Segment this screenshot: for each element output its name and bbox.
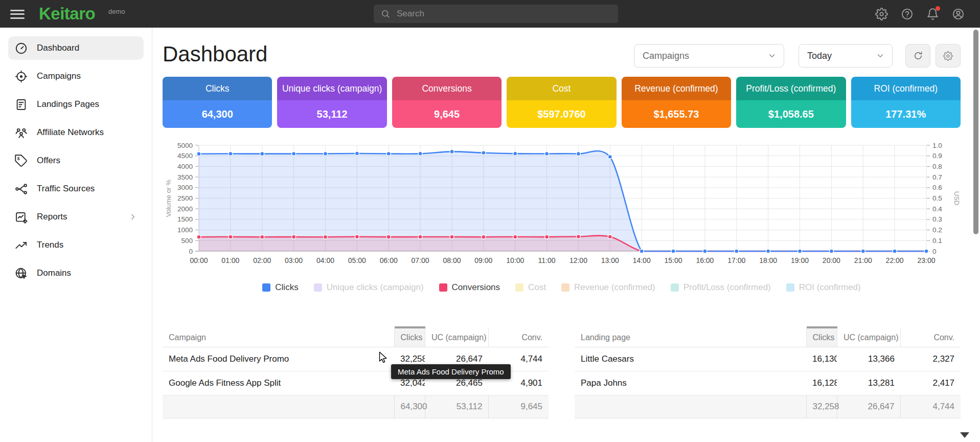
legend-label: Revenue (confirmed) <box>574 282 655 293</box>
row-value-cell: 2,327 <box>901 347 961 371</box>
row-title-cell: Papa Johns <box>575 371 806 395</box>
total-cell: 53,112 <box>425 395 489 418</box>
domains-icon <box>14 267 28 280</box>
table-row[interactable]: Papa Johns16,12813,2812,417 <box>575 371 961 395</box>
legend-swatch <box>515 283 523 292</box>
table-row[interactable]: Little Caesars16,13013,3662,327 <box>575 347 961 371</box>
metric-card-label: Conversions <box>392 77 502 100</box>
legend-item-clicks[interactable]: Clicks <box>262 282 298 293</box>
column-header-conv[interactable]: Conv. <box>901 327 961 347</box>
column-header-clicks[interactable]: Clicks <box>394 327 425 347</box>
svg-text:11:00: 11:00 <box>538 256 556 264</box>
gear-icon <box>943 51 953 61</box>
svg-text:19:00: 19:00 <box>791 256 809 264</box>
metric-card-value: $1,058.65 <box>736 100 846 128</box>
search-input[interactable] <box>396 8 602 19</box>
trends-icon <box>14 238 28 252</box>
legend-item-revenue-confirmed[interactable]: Revenue (confirmed) <box>561 282 655 293</box>
svg-text:0.3: 0.3 <box>932 215 942 223</box>
sidebar-item-reports[interactable]: Reports <box>8 205 144 229</box>
refresh-button[interactable] <box>905 44 930 68</box>
sidebar-item-domains[interactable]: Domains <box>8 261 144 285</box>
sidebar-item-dashboard[interactable]: Dashboard <box>8 36 144 60</box>
scroll-down-arrow[interactable] <box>960 432 969 438</box>
row-value-cell: 13,281 <box>837 371 901 395</box>
svg-text:15:00: 15:00 <box>665 256 682 264</box>
menu-icon[interactable] <box>10 7 25 20</box>
metric-card-roi-confirmed: ROI (confirmed)177.31% <box>851 77 961 128</box>
help-icon[interactable] <box>901 8 914 20</box>
legend-swatch <box>671 283 679 292</box>
settings-icon[interactable] <box>875 8 888 20</box>
landing-pages-report: Landing pageClicksUC (campaign)Conv.Litt… <box>575 326 961 418</box>
metric-card-value: $597.0760 <box>507 100 616 128</box>
landings-pages-icon <box>14 98 28 112</box>
legend-item-roi-confirmed[interactable]: ROI (confirmed) <box>786 282 861 293</box>
grouping-select[interactable]: Campaigns <box>634 44 784 68</box>
sidebar-item-affiliate-networks[interactable]: Affiliate Networks <box>8 121 144 144</box>
svg-text:0.7: 0.7 <box>932 173 942 181</box>
svg-text:03:00: 03:00 <box>285 256 303 264</box>
totals-row: 64,30053,1129,645 <box>163 395 549 418</box>
row-title-cell: Google Ads Fitness App Split <box>163 371 394 395</box>
svg-text:0.6: 0.6 <box>932 184 942 191</box>
sidebar-item-trends[interactable]: Trends <box>8 233 144 257</box>
column-header-landing-page[interactable]: Landing page <box>575 327 806 347</box>
app-logo: Keitaro <box>39 4 95 24</box>
scrollbar-thumb[interactable] <box>973 30 978 234</box>
svg-text:0.2: 0.2 <box>932 226 942 234</box>
svg-text:500: 500 <box>181 237 193 245</box>
legend-item-unique-clicks-campaign[interactable]: Unique clicks (campaign) <box>314 282 424 293</box>
account-icon[interactable] <box>952 8 965 20</box>
column-header-campaign[interactable]: Campaign <box>163 327 394 347</box>
legend-item-profit-loss-confirmed[interactable]: Profit/Loss (confirmed) <box>671 282 771 293</box>
sidebar-item-offers[interactable]: $Offers <box>8 149 144 172</box>
page-title: Dashboard <box>163 42 267 67</box>
sidebar-item-label: Affiliate Networks <box>37 127 104 138</box>
column-header-uc-campaign[interactable]: UC (campaign) <box>837 327 901 347</box>
date-range-value: Today <box>807 51 832 61</box>
svg-text:3500: 3500 <box>177 173 193 181</box>
metric-card-conversions: Conversions9,645 <box>392 77 502 128</box>
row-tooltip: Meta Ads Food Delivery Promo <box>391 364 511 379</box>
metric-cards: Clicks64,300Unique clicks (campaign)53,1… <box>163 77 961 128</box>
svg-text:06:00: 06:00 <box>380 256 398 264</box>
notifications-icon[interactable] <box>926 8 939 20</box>
svg-text:17:00: 17:00 <box>727 256 745 264</box>
svg-text:5000: 5000 <box>177 142 193 149</box>
dashboard-settings-button[interactable] <box>936 44 961 68</box>
svg-text:1500: 1500 <box>177 215 193 223</box>
sidebar-item-label: Landings Pages <box>37 99 99 109</box>
total-cell <box>575 395 806 418</box>
total-cell: 32,258 <box>806 395 837 418</box>
legend-label: Cost <box>528 282 546 293</box>
metric-card-value: 53,112 <box>277 100 386 128</box>
sidebar-item-campaigns[interactable]: Campaigns <box>8 64 144 88</box>
affiliate-networks-icon <box>14 126 28 140</box>
svg-text:22:00: 22:00 <box>886 256 904 264</box>
legend-item-cost[interactable]: Cost <box>515 282 546 293</box>
legend-item-conversions[interactable]: Conversions <box>439 282 500 293</box>
svg-text:07:00: 07:00 <box>412 256 429 264</box>
svg-text:USD: USD <box>953 191 961 205</box>
sidebar-item-traffic-sources[interactable]: Traffic Sources <box>8 177 144 201</box>
sidebar-item-label: Trends <box>37 240 63 250</box>
svg-text:2000: 2000 <box>177 205 193 213</box>
sidebar-item-label: Offers <box>37 156 60 166</box>
top-bar: Keitaro demo <box>0 0 980 28</box>
metric-card-label: Unique clicks (campaign) <box>277 77 386 100</box>
date-range-select[interactable]: Today <box>799 44 893 68</box>
column-header-clicks[interactable]: Clicks <box>806 327 837 347</box>
sidebar-item-landings-pages[interactable]: Landings Pages <box>8 93 144 116</box>
legend-label: ROI (confirmed) <box>799 282 861 293</box>
campaigns-icon <box>14 70 28 83</box>
sidebar-item-label: Traffic Sources <box>37 184 95 194</box>
svg-text:1000: 1000 <box>177 226 193 234</box>
svg-text:0.9: 0.9 <box>932 152 942 160</box>
svg-text:20:00: 20:00 <box>823 256 840 264</box>
column-header-conv[interactable]: Conv. <box>489 327 549 347</box>
total-cell: 9,645 <box>489 395 549 418</box>
column-header-uc-campaign[interactable]: UC (campaign) <box>425 327 489 347</box>
legend-label: Profit/Loss (confirmed) <box>683 282 771 293</box>
traffic-chart[interactable]: 005000.110000.215000.320000.425000.53000… <box>163 136 961 269</box>
